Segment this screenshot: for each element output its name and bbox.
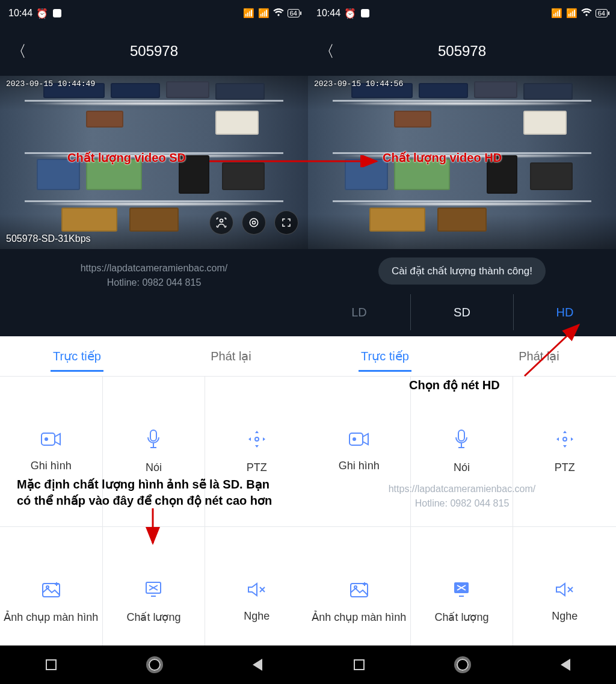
status-time: 10:44 — [8, 8, 32, 19]
svg-point-11 — [353, 438, 356, 440]
video-stream-info: 505978-SD-31Kbps — [6, 233, 91, 244]
tab-live[interactable]: Trực tiếp — [0, 336, 154, 376]
tool-panel: Trực tiếp Phát lại Ghi hình Nói PTZ — [308, 336, 616, 645]
mic-icon — [146, 429, 161, 449]
title-bar: 〈 505978 — [0, 26, 308, 76]
alarm-icon: ⏰ — [36, 8, 48, 19]
signal-icon: 📶 — [551, 8, 562, 19]
android-navbar — [0, 645, 308, 684]
screenshot-right: 10:44 ⏰ 📶 📶 64 〈 505978 2023-09-15 10:44… — [308, 0, 616, 684]
svg-point-0 — [220, 219, 223, 222]
battery-icon: 64 — [288, 9, 300, 17]
quality-ld[interactable]: LD — [308, 294, 411, 330]
video-view-sd[interactable]: 2023-09-15 10:44:49 505978-SD-31Kbps — [0, 76, 308, 249]
quality-icon-active — [451, 581, 472, 599]
snapshot-icon[interactable] — [242, 211, 266, 235]
screenshot-icon — [349, 581, 369, 599]
nav-home-icon[interactable] — [149, 659, 161, 671]
video-timestamp: 2023-09-15 10:44:56 — [314, 79, 403, 88]
nav-back-icon[interactable] — [253, 659, 262, 671]
svg-point-13 — [563, 437, 567, 441]
fullscreen-icon[interactable] — [274, 211, 298, 235]
page-title: 505978 — [130, 43, 178, 60]
quality-hd[interactable]: HD — [514, 294, 616, 330]
tool-panel: Trực tiếp Phát lại Ghi hình Nói PTZ — [0, 336, 308, 645]
signal-icon: 📶 — [566, 8, 578, 19]
signal-icon: 📶 — [243, 8, 254, 19]
svg-point-2 — [253, 221, 256, 224]
svg-point-6 — [255, 437, 259, 441]
tab-playback[interactable]: Phát lại — [154, 336, 308, 376]
nav-recents-icon[interactable] — [354, 659, 365, 670]
wifi-icon — [581, 8, 592, 19]
status-placeholder-icon — [53, 9, 61, 17]
toast-success: Cài đặt chất lượng thành công! — [378, 257, 546, 285]
nav-back-icon[interactable] — [561, 659, 570, 671]
svg-rect-12 — [458, 430, 464, 441]
wifi-icon — [273, 8, 284, 19]
video-timestamp: 2023-09-15 10:44:49 — [6, 79, 95, 88]
quality-selector: LD SD HD — [308, 294, 616, 330]
tab-playback[interactable]: Phát lại — [462, 336, 616, 376]
watermark: https://lapdatcameramienbac.com/ Hotline… — [308, 482, 616, 511]
alarm-icon: ⏰ — [344, 8, 356, 19]
status-bar: 10:44 ⏰ 📶 📶 64 — [308, 0, 616, 26]
back-button[interactable]: 〈 — [319, 41, 334, 62]
svg-point-8 — [46, 586, 49, 588]
person-detect-icon[interactable] — [209, 211, 233, 235]
status-bar: 10:44 ⏰ 📶 📶 64 — [0, 0, 308, 26]
tool-record[interactable]: Ghi hình — [0, 377, 103, 527]
status-time: 10:44 — [316, 8, 340, 19]
quality-icon — [143, 581, 164, 599]
nav-recents-icon[interactable] — [46, 659, 57, 670]
svg-point-15 — [354, 586, 357, 588]
android-navbar — [308, 645, 616, 684]
screenshot-icon — [41, 581, 61, 599]
watermark: https://lapdatcameramienbac.com/ Hotline… — [0, 249, 308, 303]
mute-icon — [247, 581, 267, 598]
signal-icon: 📶 — [258, 8, 270, 19]
record-icon — [40, 431, 62, 448]
nav-home-icon[interactable] — [457, 659, 469, 671]
tab-live[interactable]: Trực tiếp — [308, 336, 462, 376]
back-button[interactable]: 〈 — [11, 41, 26, 62]
battery-icon: 64 — [596, 9, 608, 17]
record-icon — [348, 431, 370, 448]
svg-point-1 — [250, 218, 257, 226]
svg-point-4 — [45, 438, 48, 440]
mic-icon — [454, 429, 469, 449]
status-placeholder-icon — [361, 9, 369, 17]
mute-icon — [555, 581, 575, 598]
ptz-icon — [555, 429, 575, 449]
svg-rect-5 — [150, 430, 156, 441]
title-bar: 〈 505978 — [308, 26, 616, 76]
tool-ptz[interactable]: PTZ — [205, 377, 308, 527]
tool-talk[interactable]: Nói — [103, 377, 206, 527]
ptz-icon — [247, 429, 267, 449]
page-title: 505978 — [438, 43, 486, 60]
video-view-hd[interactable]: 2023-09-15 10:44:56 — [308, 76, 616, 249]
quality-sd[interactable]: SD — [411, 294, 514, 330]
screenshot-left: 10:44 ⏰ 📶 📶 64 〈 505978 2023-09-15 10:44… — [0, 0, 308, 684]
